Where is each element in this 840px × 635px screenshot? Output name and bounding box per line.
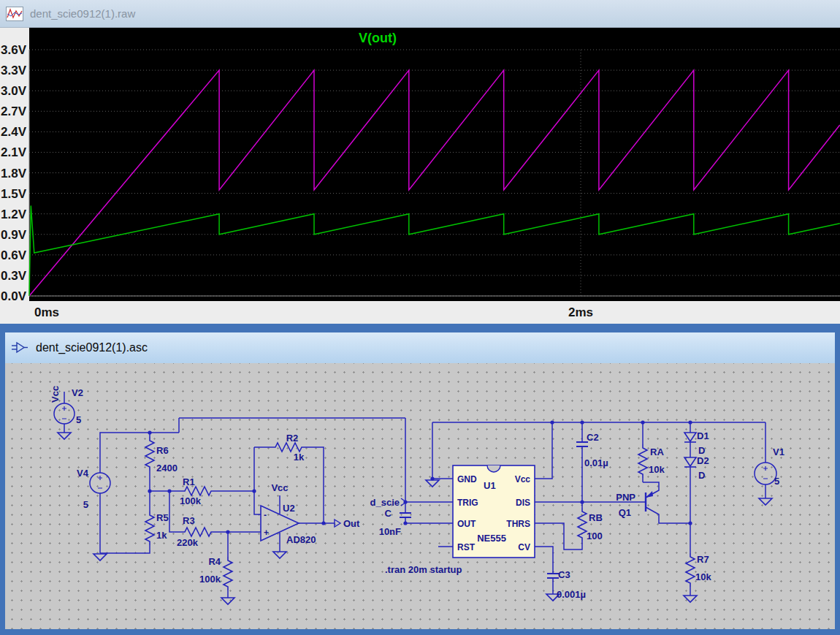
ref-R6: R6 [156, 445, 169, 456]
x-axis-label: 0ms [34, 305, 59, 319]
resistor-R4[interactable]: R4 100k [199, 556, 232, 590]
transistor-Q1[interactable]: PNP Q1 [616, 491, 653, 518]
value-D2: D [698, 470, 705, 481]
value-C2: 0.01µ [584, 457, 608, 468]
plot-background [29, 28, 840, 301]
ref-V2: V2 [72, 387, 83, 398]
resistor-R3[interactable]: R3 220k [177, 515, 215, 548]
y-axis-label: 1.2V [1, 208, 27, 221]
y-axis-label: 2.4V [1, 125, 27, 139]
ref-C2: C2 [587, 432, 599, 443]
net-label-d-scie: d_scie [370, 497, 400, 508]
resistor-R7[interactable]: R7 10k [686, 553, 711, 587]
net-label-vcc-opamp: Vcc [271, 482, 288, 493]
y-axis-label: 0.3V [1, 269, 27, 283]
resistor-R6[interactable]: R6 2400 [145, 437, 177, 474]
net-flag-d-scie[interactable]: d_scie [370, 497, 406, 508]
capacitor-C2[interactable]: C2 0.01µ [576, 432, 608, 468]
value-R7: 10k [695, 571, 711, 582]
value-R2: 1k [294, 452, 305, 463]
ref-R5: R5 [156, 512, 169, 523]
resistor-RB[interactable]: RB 100 [578, 508, 603, 541]
ref-R1: R1 [183, 476, 195, 487]
ref-RA: RA [650, 446, 664, 457]
value-V1: 5 [774, 476, 779, 487]
net-label-out: Out [343, 518, 360, 529]
y-axis-label: 3.0V [1, 84, 27, 98]
opamp-noninverting-mark: + [264, 528, 269, 538]
pin-gnd: GND [457, 474, 477, 484]
y-axis-label: 1.8V [1, 167, 27, 180]
schematic-window-title: dent_scie0912(1).asc [36, 341, 148, 354]
diode-D2[interactable]: D2 D [684, 455, 709, 481]
junction-dots [148, 420, 692, 533]
y-axis-label: 0.6V [1, 248, 27, 262]
pin-dis: DIS [516, 498, 530, 508]
schematic-window: dent_scie0912(1).asc [0, 324, 840, 635]
source-V1[interactable]: V1 5 [755, 446, 784, 487]
ref-D2: D2 [697, 455, 709, 466]
pin-thrs: THRS [506, 519, 530, 529]
waveform-window-title: dent_scie0912(1).raw [30, 7, 135, 20]
pin-vcc: Vcc [515, 474, 531, 484]
ref-D1: D1 [697, 430, 709, 441]
value-RA: 10k [649, 464, 665, 475]
ref-V1: V1 [773, 446, 784, 457]
timer-U1[interactable]: GND TRIG OUT RST Vcc DIS THRS CV U1 NE55… [453, 465, 535, 558]
ref-C: C [385, 508, 392, 519]
schematic-canvas[interactable]: Vcc V2 5 V4 5 R6 2400 [5, 363, 835, 629]
port-out[interactable]: Out [335, 518, 360, 529]
resistor-R2[interactable]: R2 1k [272, 433, 305, 463]
value-R5: 1k [156, 530, 167, 541]
value-V4: 5 [83, 499, 88, 510]
source-V2[interactable]: Vcc V2 5 [50, 386, 83, 425]
value-U1: NE555 [477, 533, 506, 544]
schematic-svg: Vcc V2 5 V4 5 R6 2400 [5, 363, 835, 629]
ref-R3: R3 [183, 515, 195, 526]
pin-trig: TRIG [457, 498, 478, 508]
spice-directive[interactable]: .tran 20m startup [385, 564, 462, 575]
y-axis-label: 3.6V [1, 43, 27, 57]
waveform-window-icon[interactable] [6, 7, 23, 21]
y-axis-label: 3.3V [1, 64, 27, 77]
value-V2: 5 [76, 414, 81, 425]
ref-U1: U1 [484, 480, 496, 491]
y-axis-label: 2.1V [1, 145, 27, 159]
waveform-window: dent_scie0912(1).raw 0.0V0.3V0.6V0.9V1.2… [0, 0, 840, 324]
pin-cv: CV [518, 542, 530, 552]
source-V4[interactable]: V4 5 [77, 468, 110, 510]
schematic-window-titlebar[interactable]: dent_scie0912(1).asc [5, 332, 835, 363]
waveform-window-titlebar[interactable]: dent_scie0912(1).raw [0, 0, 840, 28]
value-U2: AD820 [286, 534, 316, 545]
resistor-R1[interactable]: R1 100k [180, 476, 215, 506]
y-axis-label: 0.9V [1, 228, 27, 242]
value-C3: 0.001µ [557, 589, 586, 600]
y-axis-label: 0.0V [1, 289, 27, 303]
pin-rst: RST [457, 542, 476, 552]
ref-RB: RB [589, 512, 603, 523]
net-label-vcc: Vcc [50, 386, 61, 403]
y-axis-label: 1.5V [1, 187, 27, 201]
schematic-window-icon[interactable] [11, 341, 28, 355]
ref-R7: R7 [697, 554, 709, 565]
value-C: 10nF [379, 526, 401, 537]
resistor-RA[interactable]: RA 10k [638, 444, 665, 478]
x-axis-label: 2ms [568, 305, 593, 319]
diode-D1[interactable]: D1 D [684, 430, 709, 456]
ref-U2: U2 [283, 503, 295, 514]
ltspice-app: dent_scie0912(1).raw 0.0V0.3V0.6V0.9V1.2… [0, 0, 840, 635]
opamp-U2[interactable]: - + Vcc U2 AD820 [261, 482, 316, 545]
ref-V4: V4 [77, 468, 89, 479]
value-R1: 100k [180, 495, 202, 506]
value-D1: D [698, 445, 705, 456]
ref-R4: R4 [208, 556, 221, 567]
ref-C3: C3 [558, 569, 570, 580]
ref-R2: R2 [286, 433, 299, 444]
value-RB: 100 [587, 531, 603, 541]
value-R3: 220k [177, 537, 199, 548]
waveform-plot-area[interactable]: 0.0V0.3V0.6V0.9V1.2V1.5V1.8V2.1V2.4V2.7V… [0, 28, 840, 324]
y-axis-label: 2.7V [1, 104, 27, 118]
ref-Q1: Q1 [619, 507, 631, 518]
value-Q1: PNP [616, 492, 635, 503]
resistor-R5[interactable]: R5 1k [145, 512, 169, 545]
